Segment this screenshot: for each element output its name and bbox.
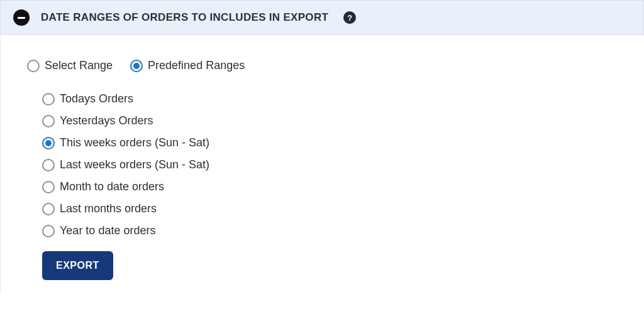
predefined-options-list: Todays Orders Yesterdays Orders This wee… bbox=[27, 92, 618, 237]
radio-label: Select Range bbox=[45, 59, 113, 72]
option-last-weeks-orders[interactable]: Last weeks orders (Sun - Sat) bbox=[42, 158, 618, 171]
radio-dot-icon bbox=[45, 140, 52, 146]
option-label: Month to date orders bbox=[60, 180, 164, 193]
help-icon[interactable]: ? bbox=[343, 11, 356, 24]
option-label: Todays Orders bbox=[60, 92, 133, 105]
panel-header: DATE RANGES OF ORDERS TO INCLUDES IN EXP… bbox=[0, 0, 644, 35]
option-todays-orders[interactable]: Todays Orders bbox=[42, 92, 618, 105]
radio-circle-icon bbox=[42, 181, 55, 193]
option-label: This weeks orders (Sun - Sat) bbox=[60, 136, 209, 149]
panel-body: Select Range Predefined Ranges Todays Or… bbox=[0, 35, 644, 293]
option-label: Last weeks orders (Sun - Sat) bbox=[60, 158, 209, 171]
option-label: Last months orders bbox=[60, 202, 157, 215]
radio-circle-icon bbox=[42, 115, 55, 127]
radio-circle-icon bbox=[42, 93, 55, 105]
collapse-icon[interactable] bbox=[13, 9, 30, 26]
mode-row: Select Range Predefined Ranges bbox=[27, 59, 618, 72]
option-label: Yesterdays Orders bbox=[60, 114, 153, 127]
option-this-weeks-orders[interactable]: This weeks orders (Sun - Sat) bbox=[42, 136, 618, 149]
panel-title: DATE RANGES OF ORDERS TO INCLUDES IN EXP… bbox=[41, 11, 328, 24]
export-button[interactable]: EXPORT bbox=[42, 251, 113, 280]
option-yesterdays-orders[interactable]: Yesterdays Orders bbox=[42, 114, 618, 127]
option-last-months-orders[interactable]: Last months orders bbox=[42, 202, 618, 215]
radio-dot-icon bbox=[133, 63, 140, 69]
option-month-to-date[interactable]: Month to date orders bbox=[42, 180, 618, 193]
radio-select-range[interactable]: Select Range bbox=[27, 59, 113, 72]
option-year-to-date[interactable]: Year to date orders bbox=[42, 224, 618, 237]
radio-circle-icon bbox=[42, 137, 55, 149]
radio-circle-icon bbox=[42, 203, 55, 215]
radio-predefined-ranges[interactable]: Predefined Ranges bbox=[130, 59, 245, 72]
radio-circle-icon bbox=[42, 159, 55, 171]
radio-circle-icon bbox=[130, 60, 143, 72]
radio-label: Predefined Ranges bbox=[148, 59, 245, 72]
radio-circle-icon bbox=[27, 60, 40, 72]
radio-circle-icon bbox=[42, 225, 55, 237]
option-label: Year to date orders bbox=[60, 224, 155, 237]
minus-icon bbox=[18, 17, 25, 19]
